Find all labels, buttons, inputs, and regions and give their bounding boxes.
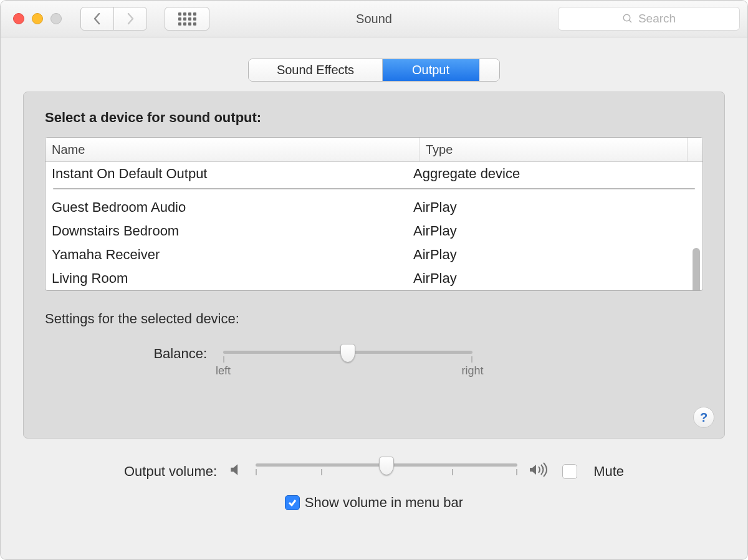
table-body: Instant On Default Output Aggregate devi… [46,162,702,290]
balance-left-caption: left [216,364,231,377]
device-table: Name Type Instant On Default Output Aggr… [45,137,703,291]
close-window-icon[interactable] [13,13,24,24]
tab-input[interactable]: Input [479,59,500,81]
tab-output[interactable]: Output [383,59,479,81]
show-all-button[interactable] [165,7,209,31]
device-name: Yamaha Receiver [52,247,413,263]
balance-right-caption: right [461,364,483,377]
tab-sound-effects[interactable]: Sound Effects [249,59,383,81]
help-button[interactable]: ? [693,407,714,428]
balance-row: Balance: left right [45,344,703,376]
maximize-window-icon [50,13,62,24]
svg-line-1 [629,20,631,22]
output-volume-slider[interactable] [256,457,517,486]
traffic-lights [13,13,62,24]
output-volume-label: Output volume: [124,463,217,480]
chevron-right-icon [125,12,135,25]
scrollbar-thumb[interactable] [693,248,700,291]
table-row[interactable]: Living Room AirPlay [46,267,702,290]
footer: Output volume: Mute [23,457,725,511]
table-header: Name Type [46,138,702,162]
device-type: AirPlay [413,270,681,287]
balance-label: Balance: [45,344,207,362]
device-type: Aggregate device [413,166,681,182]
table-row[interactable]: Instant On Default Output Aggregate devi… [46,162,702,186]
table-divider [53,188,695,189]
table-row[interactable]: Guest Bedroom Audio AirPlay [46,196,702,219]
grid-icon [178,12,196,26]
device-name: Downstairs Bedroom [52,223,413,239]
device-type: AirPlay [413,247,681,263]
mute-checkbox[interactable] [562,464,577,479]
slider-knob[interactable] [379,457,394,475]
column-type[interactable]: Type [420,138,688,161]
tab-bar: Sound Effects Output Input [248,59,500,82]
chevron-left-icon [92,12,102,25]
balance-slider[interactable]: left right [223,344,472,376]
forward-button[interactable] [113,7,147,31]
sound-preferences-window: Sound Search Sound Effects Output Input … [0,0,748,560]
speaker-quiet-icon [228,462,244,482]
mute-label: Mute [593,463,624,480]
device-name: Living Room [52,270,413,287]
minimize-window-icon[interactable] [32,13,43,24]
column-name[interactable]: Name [46,138,420,161]
window-title: Sound [356,12,392,26]
show-in-menubar-row: Show volume in menu bar [285,495,463,511]
output-volume-row: Output volume: Mute [124,457,624,486]
speaker-loud-icon [529,462,551,482]
show-in-menubar-checkbox[interactable] [285,495,300,510]
device-type: AirPlay [413,223,681,239]
search-placeholder: Search [638,12,676,26]
slider-knob[interactable] [340,344,355,363]
nav-buttons [80,7,147,31]
titlebar: Sound Search [1,1,747,37]
table-row[interactable]: Yamaha Receiver AirPlay [46,243,702,267]
table-row[interactable]: Downstairs Bedroom AirPlay [46,219,702,243]
column-spacer [688,138,702,161]
device-name: Guest Bedroom Audio [52,199,413,216]
show-in-menubar-label: Show volume in menu bar [305,495,463,511]
back-button[interactable] [80,7,114,31]
settings-label: Settings for the selected device: [45,311,703,327]
content: Sound Effects Output Input Select a devi… [1,37,747,560]
output-panel: Select a device for sound output: Name T… [23,92,725,439]
device-name: Instant On Default Output [52,166,413,182]
panel-heading: Select a device for sound output: [45,110,703,126]
checkmark-icon [288,498,297,507]
svg-point-0 [623,14,630,21]
search-field[interactable]: Search [558,7,740,31]
search-icon [622,13,633,24]
help-icon: ? [700,411,707,425]
device-type: AirPlay [413,199,681,216]
